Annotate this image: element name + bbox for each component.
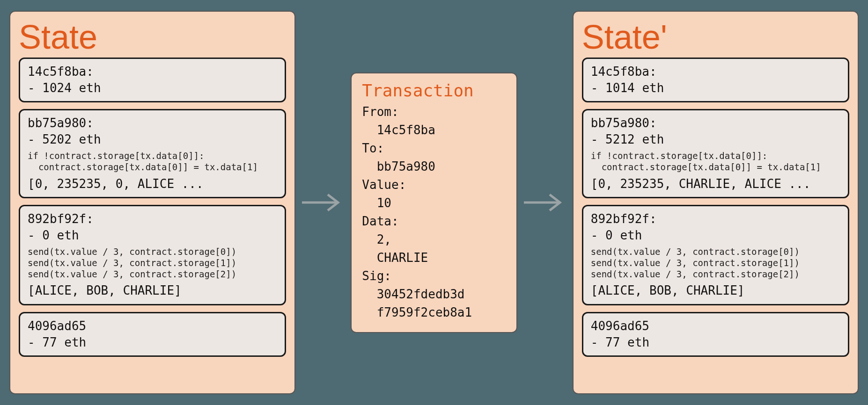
account-address: 14c5f8ba (28, 65, 86, 79)
tx-to-label: To: (362, 141, 384, 155)
tx-from-label: From: (362, 105, 398, 119)
account-address: 14c5f8ba (591, 65, 649, 79)
contract-code: send(tx.value / 3, contract.storage[0]) … (28, 244, 277, 282)
account-address: 892bf92f (591, 212, 649, 226)
arrow-icon (517, 188, 573, 217)
account-balance: 0 eth (605, 228, 642, 242)
account-box: 892bf92f: - 0 eth send(tx.value / 3, con… (582, 205, 849, 305)
transaction-title: Transaction (362, 81, 506, 100)
contract-storage: [ALICE, BOB, CHARLIE] (28, 281, 182, 297)
tx-data-value: 2, CHARLIE (362, 232, 428, 265)
account-address: bb75a980 (28, 116, 86, 130)
account-box: bb75a980: - 5212 eth if !contract.storag… (582, 109, 849, 198)
account-box: 892bf92f: - 0 eth send(tx.value / 3, con… (19, 205, 286, 305)
account-balance: 5202 eth (42, 132, 101, 146)
account-balance: 77 eth (42, 335, 86, 349)
account-balance: 0 eth (42, 228, 79, 242)
transaction-panel: Transaction From: 14c5f8ba To: bb75a980 … (351, 72, 517, 333)
account-address: bb75a980 (591, 116, 649, 130)
tx-from-value: 14c5f8ba (377, 123, 435, 137)
contract-storage: [0, 235235, CHARLIE, ALICE ... (591, 174, 811, 191)
account-balance: 5212 eth (605, 132, 664, 146)
state-after-panel: State' 14c5f8ba: - 1014 eth bb75a980: - … (573, 11, 859, 394)
account-box: 14c5f8ba: - 1014 eth (582, 58, 849, 102)
contract-storage: [ALICE, BOB, CHARLIE] (591, 281, 745, 297)
arrow-icon (295, 188, 351, 217)
state-after-title: State' (582, 20, 849, 54)
contract-code: if !contract.storage[tx.data[0]]: contra… (28, 148, 277, 176)
account-address: 892bf92f (28, 212, 86, 226)
tx-data-label: Data: (362, 214, 398, 228)
state-before-title: State (19, 20, 286, 54)
tx-value-value: 10 (377, 196, 391, 210)
contract-code: if !contract.storage[tx.data[0]]: contra… (591, 148, 840, 176)
contract-code: send(tx.value / 3, contract.storage[0]) … (591, 244, 840, 282)
transaction-body: From: 14c5f8ba To: bb75a980 Value: 10 Da… (362, 103, 506, 322)
account-box: 4096ad65 - 77 eth (582, 312, 849, 357)
tx-value-label: Value: (362, 178, 406, 192)
contract-storage: [0, 235235, 0, ALICE ... (28, 174, 204, 191)
account-balance: 1014 eth (605, 81, 664, 95)
account-box: 14c5f8ba: - 1024 eth (19, 58, 286, 102)
account-box: bb75a980: - 5202 eth if !contract.storag… (19, 109, 286, 198)
account-balance: 77 eth (605, 335, 649, 349)
account-balance: 1024 eth (42, 81, 101, 95)
tx-sig-value: 30452fdedb3d f7959f2ceb8a1 (362, 287, 472, 319)
account-address: 4096ad65 (28, 319, 86, 333)
tx-sig-label: Sig: (362, 269, 391, 283)
account-address: 4096ad65 (591, 319, 649, 333)
state-before-panel: State 14c5f8ba: - 1024 eth bb75a980: - 5… (9, 11, 295, 394)
tx-to-value: bb75a980 (377, 159, 435, 174)
account-box: 4096ad65 - 77 eth (19, 312, 286, 357)
